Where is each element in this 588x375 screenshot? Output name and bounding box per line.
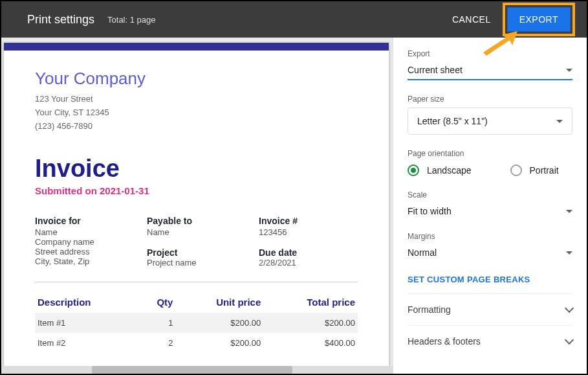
table-row: Item #1 1 $200.00 $200.00 (35, 313, 358, 333)
item-qty: 2 (138, 333, 175, 353)
col-description: Description (35, 291, 138, 313)
export-button[interactable]: EXPORT (507, 7, 571, 32)
project-label: Project (147, 247, 246, 258)
invoice-title: Invoice (35, 155, 358, 183)
col-total-price: Total price (263, 291, 358, 313)
project-name: Project name (147, 258, 246, 267)
chevron-down-icon (565, 304, 574, 313)
headers-footers-label: Headers & footers (408, 336, 481, 347)
portrait-label: Portrait (530, 165, 559, 176)
address-line: Your City, ST 12345 (35, 106, 358, 120)
export-dropdown[interactable]: Current sheet (408, 61, 572, 80)
divider (35, 282, 358, 282)
scale-label: Scale (408, 190, 572, 199)
radio-landscape[interactable]: Landscape (408, 165, 472, 176)
item-unit: $200.00 (175, 333, 263, 353)
landscape-label: Landscape (427, 165, 472, 176)
page-title: Print settings (27, 13, 94, 27)
invoice-for-label: Invoice for (35, 216, 134, 226)
invoice-num: 123456 (259, 227, 358, 237)
orientation-label: Page orientation (408, 149, 572, 158)
scale-dropdown[interactable]: Fit to width (408, 202, 572, 220)
invoice-info-grid: Invoice for Name Company name Street add… (35, 216, 358, 267)
radio-icon (408, 165, 419, 176)
caret-down-icon (566, 251, 572, 255)
export-highlight: EXPORT (503, 3, 575, 36)
due-date-label: Due date (259, 247, 358, 258)
company-name: Your Company (35, 69, 358, 89)
radio-portrait[interactable]: Portrait (510, 165, 559, 176)
paper-size-dropdown[interactable]: Letter (8.5" x 11") (408, 108, 572, 135)
item-desc: Item #1 (35, 313, 138, 333)
formatting-label: Formatting (408, 304, 451, 315)
caret-down-icon (566, 210, 572, 213)
company-address: 123 Your Street Your City, ST 12345 (123… (35, 93, 358, 133)
margins-value: Normal (408, 247, 437, 258)
horizontal-scrollbar[interactable] (1, 366, 393, 374)
submitted-date: Submitted on 2021-01-31 (35, 185, 358, 196)
payable-to-name: Name (147, 227, 246, 237)
table-row: Item #2 2 $200.00 $400.00 (35, 333, 358, 353)
header-bar: Print settings Total: 1 page CANCEL EXPO… (1, 1, 587, 38)
chevron-down-icon (565, 335, 574, 345)
items-table: Description Qty Unit price Total price I… (35, 291, 358, 353)
export-value: Current sheet (408, 65, 463, 75)
paper-size-label: Paper size (408, 95, 572, 104)
item-total: $200.00 (263, 313, 358, 333)
set-page-breaks-link[interactable]: SET CUSTOM PAGE BREAKS (408, 275, 572, 284)
margins-label: Margins (408, 232, 572, 241)
payable-to-label: Payable to (147, 216, 246, 226)
page-preview: Your Company 123 Your Street Your City, … (4, 43, 389, 374)
export-label: Export (408, 49, 572, 58)
invoice-for-name: Name (35, 227, 134, 237)
address-line: 123 Your Street (35, 93, 358, 106)
cancel-button[interactable]: CANCEL (443, 8, 500, 31)
preview-pane: Your Company 123 Your Street Your City, … (1, 38, 393, 374)
orientation-group: Landscape Portrait (408, 165, 572, 176)
col-unit-price: Unit price (175, 291, 263, 313)
settings-pane: Export Current sheet Paper size Letter (… (393, 38, 587, 374)
invoice-for-company: Company name (35, 237, 134, 247)
invoice-num-label: Invoice # (259, 216, 358, 226)
item-total: $400.00 (263, 333, 358, 353)
page-total: Total: 1 page (107, 15, 155, 25)
caret-down-icon (566, 69, 572, 72)
scale-value: Fit to width (408, 206, 452, 216)
col-qty: Qty (138, 291, 175, 313)
formatting-expander[interactable]: Formatting (408, 293, 572, 325)
caret-down-icon (556, 120, 563, 123)
phone: (123) 456-7890 (35, 120, 358, 133)
invoice-for-city: City, State, Zip (35, 256, 134, 266)
item-unit: $200.00 (175, 313, 263, 333)
content-area: Your Company 123 Your Street Your City, … (1, 38, 587, 374)
due-date: 2/28/2021 (259, 258, 358, 267)
item-qty: 1 (138, 313, 175, 333)
paper-size-value: Letter (8.5" x 11") (417, 116, 488, 126)
scrollbar-thumb[interactable] (92, 366, 292, 374)
headers-footers-expander[interactable]: Headers & footers (408, 325, 572, 357)
margins-dropdown[interactable]: Normal (408, 244, 572, 262)
item-desc: Item #2 (35, 333, 138, 353)
invoice-for-street: Street address (35, 247, 134, 256)
radio-icon (510, 165, 522, 176)
